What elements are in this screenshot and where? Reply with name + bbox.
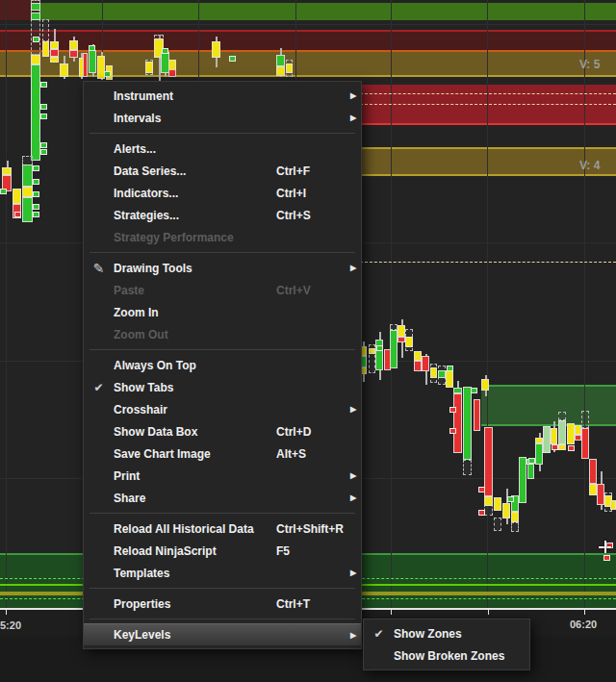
candle-body — [422, 356, 429, 371]
axis-tick — [391, 610, 392, 615]
menu-item-label: Reload NinjaScript — [114, 544, 276, 558]
menu-item-reload-all-historical-data[interactable]: Reload All Historical DataCtrl+Shift+R — [84, 518, 361, 540]
candle-body — [519, 457, 526, 503]
signal-marker — [528, 458, 535, 464]
menu-item-label: Properties — [114, 597, 276, 611]
candle-body — [31, 13, 40, 20]
menu-item-drawing-tools[interactable]: ✎Drawing Tools▶ — [84, 257, 361, 279]
price-zone — [360, 85, 616, 125]
menu-shortcut: Ctrl+D — [276, 425, 346, 439]
submenu-arrow-icon: ▶ — [346, 493, 361, 502]
signal-marker — [507, 496, 514, 502]
axis-tick — [6, 610, 7, 615]
context-menu: Instrument▶Intervals▶Alerts...Data Serie… — [83, 81, 362, 649]
menu-separator — [90, 133, 355, 134]
candle-body — [589, 459, 597, 484]
menu-item-crosshair[interactable]: Crosshair▶ — [84, 398, 361, 420]
menu-shortcut: Ctrl+F — [276, 164, 346, 178]
candle-body — [414, 361, 422, 371]
signal-marker — [89, 45, 95, 51]
menu-item-label: Print — [114, 469, 276, 483]
menu-item-zoom-in[interactable]: Zoom In — [84, 301, 361, 323]
menu-item-strategies[interactable]: Strategies...Ctrl+S — [84, 204, 361, 226]
signal-marker — [40, 142, 47, 148]
menu-item-label: Paste — [114, 284, 276, 297]
menu-item-zoom-out: Zoom Out — [84, 323, 361, 345]
candle-body — [438, 370, 446, 378]
checkmark-icon: ✔ — [84, 381, 114, 394]
gridline-vertical — [487, 0, 488, 608]
level-line — [360, 262, 616, 263]
axis-time-label: 5:20 — [0, 619, 21, 631]
menu-item-reload-ninjascript[interactable]: Reload NinjaScriptF5 — [84, 540, 361, 562]
candle-body — [286, 63, 293, 73]
crosshair-cursor — [604, 541, 606, 553]
candle-wick-box — [511, 522, 519, 532]
menu-item-data-series[interactable]: Data Series...Ctrl+F — [84, 160, 361, 182]
menu-shortcut: Ctrl+T — [276, 597, 346, 611]
checkmark-icon: ✔ — [364, 627, 394, 641]
signal-marker — [33, 37, 39, 42]
menu-item-label: Instrument — [114, 89, 276, 103]
candle-body — [13, 189, 21, 204]
candle-wick-box — [581, 411, 589, 428]
gridline-vertical — [6, 0, 7, 608]
menu-separator — [90, 588, 355, 589]
candle-body — [581, 428, 589, 459]
menu-item-instrument[interactable]: Instrument▶ — [84, 85, 361, 107]
menu-item-alerts[interactable]: Alerts... — [84, 138, 361, 160]
menu-item-label: Alerts... — [114, 142, 276, 156]
menu-item-show-zones[interactable]: ✔Show Zones — [364, 622, 529, 644]
candle-body — [369, 348, 375, 354]
signal-marker — [104, 71, 111, 77]
submenu-arrow-icon: ▶ — [346, 114, 361, 122]
candle-wick-box — [558, 412, 566, 420]
gridline-vertical — [391, 0, 392, 608]
menu-item-share[interactable]: Share▶ — [84, 487, 361, 509]
signal-marker — [471, 388, 477, 393]
menu-item-save-chart-image[interactable]: Save Chart ImageAlt+S — [84, 442, 361, 465]
menu-item-properties[interactable]: PropertiesCtrl+T — [84, 593, 361, 615]
menu-item-keylevels[interactable]: KeyLevels▶ — [84, 623, 361, 645]
signal-marker — [603, 555, 610, 561]
candle-body — [2, 167, 12, 175]
candle-body — [502, 503, 510, 518]
candle-body — [597, 484, 604, 505]
submenu-arrow-icon: ▶ — [346, 91, 361, 100]
menu-item-label: Show Tabs — [114, 381, 276, 394]
menu-shortcut: F5 — [276, 544, 346, 558]
submenu-arrow-icon: ▶ — [346, 631, 361, 640]
candle-body — [50, 41, 59, 49]
menu-item-show-data-box[interactable]: Show Data BoxCtrl+D — [84, 420, 361, 442]
submenu-arrow-icon: ▶ — [346, 405, 361, 414]
candle-body — [50, 49, 59, 57]
candle-body — [22, 197, 33, 222]
menu-item-always-on-top[interactable]: Always On Top — [84, 354, 361, 376]
signal-marker — [229, 56, 236, 62]
signal-marker — [162, 48, 168, 54]
menu-item-show-tabs[interactable]: ✔Show Tabs — [84, 376, 361, 398]
candle-body — [484, 496, 493, 506]
menu-item-show-broken-zones[interactable]: Show Broken Zones — [364, 644, 529, 667]
menu-item-print[interactable]: Print▶ — [84, 465, 361, 487]
candle-body — [69, 40, 78, 50]
candle-body — [398, 337, 405, 342]
candle-body — [22, 187, 33, 197]
menu-shortcut: Ctrl+V — [276, 284, 346, 297]
menu-item-intervals[interactable]: Intervals▶ — [84, 107, 361, 129]
candle-body — [558, 420, 566, 444]
menu-item-label: Show Broken Zones — [394, 649, 504, 663]
candle-body — [276, 55, 285, 66]
signal-marker — [447, 366, 453, 371]
menu-item-label: Data Series... — [114, 164, 276, 178]
price-zone — [360, 147, 616, 176]
axis-tick — [584, 610, 585, 615]
menu-item-label: Show Data Box — [114, 425, 276, 439]
menu-item-templates[interactable]: Templates▶ — [84, 562, 361, 584]
menu-item-label: Intervals — [114, 112, 276, 125]
candle-body — [42, 41, 49, 57]
menu-item-label: Strategies... — [114, 209, 276, 222]
submenu-arrow-icon: ▶ — [346, 264, 361, 272]
menu-item-indicators[interactable]: Indicators...Ctrl+I — [84, 182, 361, 204]
signal-marker — [40, 114, 47, 119]
